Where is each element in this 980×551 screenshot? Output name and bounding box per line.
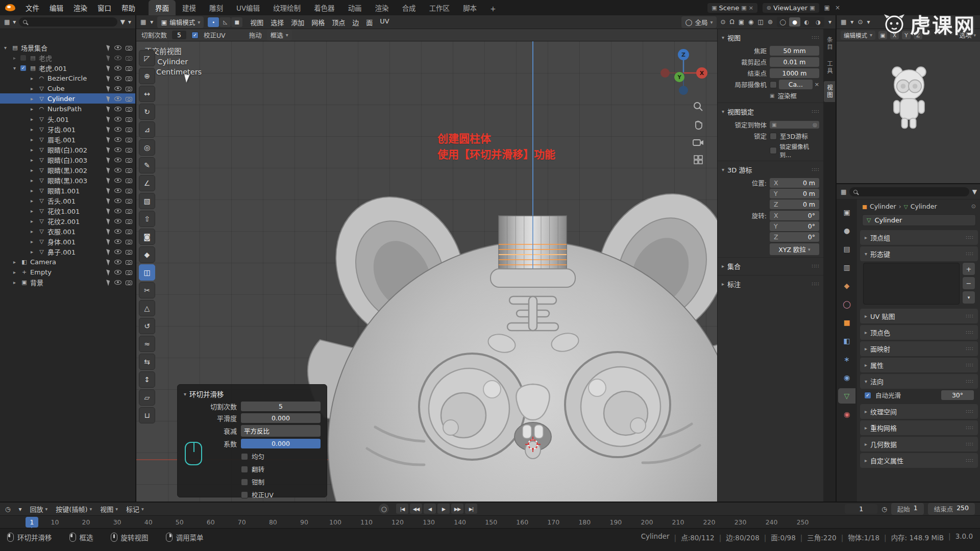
preview-3d-viewport[interactable] — [837, 41, 980, 184]
local-camera-field[interactable]: Ca... — [779, 80, 813, 89]
disclosure-arrow-icon[interactable]: ▸ — [31, 198, 37, 204]
playhead-badge[interactable]: 1 — [26, 517, 38, 528]
editor-type-icon[interactable]: ▦ — [140, 18, 146, 26]
workspace-tab[interactable]: 雕刻 — [203, 0, 230, 15]
local-camera-checkbox[interactable] — [770, 81, 777, 88]
properties-section-header[interactable]: ▸ 重构网格 ∷∷ — [860, 420, 978, 435]
menu-item[interactable]: 文件 — [20, 2, 44, 14]
menu-item[interactable]: 窗口 — [92, 2, 116, 14]
solid-shading-button[interactable]: ● — [789, 17, 800, 27]
tool-button[interactable]: ⊿ — [139, 121, 155, 138]
eyedropper-icon[interactable]: ◎ — [813, 122, 817, 128]
hide-viewport-toggle-icon[interactable] — [114, 168, 121, 172]
transport-button[interactable]: |◀ — [396, 504, 408, 514]
operator-checkbox-row[interactable]: ✓ 翻转 — [241, 464, 321, 474]
selectable-toggle-icon[interactable] — [106, 54, 111, 61]
outliner-row[interactable]: ▸ ✓ ▽ 身体.001 — [0, 236, 135, 246]
outliner-row[interactable]: ▸ ✓ ◧ Camera — [0, 257, 135, 267]
selectable-toggle-icon[interactable] — [106, 156, 111, 163]
face-select-button[interactable]: ■ — [231, 17, 242, 27]
transport-button[interactable]: ◀ — [424, 504, 436, 514]
filter-dropdown-icon[interactable]: ▾ — [128, 18, 131, 26]
hide-viewport-toggle-icon[interactable] — [114, 86, 121, 91]
tool-button[interactable]: ◫ — [139, 264, 155, 281]
workspace-tab[interactable]: 纹理绘制 — [266, 0, 307, 15]
disclosure-arrow-icon[interactable]: ▸ — [13, 259, 20, 265]
properties-tab[interactable]: ▽ — [838, 388, 855, 404]
properties-section-header[interactable]: ▸ 顶点组 ∷∷ — [860, 230, 978, 245]
viewport-menu-item[interactable]: 边 — [349, 16, 362, 28]
hide-viewport-toggle-icon[interactable] — [114, 137, 121, 142]
axis-field[interactable]: X0 m — [770, 178, 819, 188]
workspace-tab[interactable]: 建模 — [176, 0, 203, 15]
hide-viewport-toggle-icon[interactable] — [114, 127, 121, 132]
tool-button[interactable]: ↻ — [139, 104, 155, 120]
tool-button[interactable]: ◸ — [139, 50, 155, 66]
selectable-toggle-icon[interactable] — [106, 44, 111, 51]
operator-field-value[interactable]: 平方反比 — [241, 425, 321, 437]
disclosure-arrow-icon[interactable]: ▸ — [31, 96, 37, 102]
disable-render-toggle-icon[interactable] — [126, 77, 132, 81]
zoom-icon[interactable] — [693, 102, 703, 112]
editor-type-icon[interactable]: ▦ — [4, 18, 10, 26]
n-panel-tab[interactable]: 工具 — [824, 57, 835, 78]
outliner-row[interactable]: ▸ ✓ ▽ 眼睛1.001 — [0, 185, 135, 195]
annotations-section-header[interactable]: ▸ 标注 ∷∷ — [718, 276, 823, 291]
selectable-toggle-icon[interactable] — [106, 217, 111, 224]
selectable-toggle-icon[interactable] — [106, 74, 111, 82]
clip-start-field[interactable]: 0.01 m — [770, 57, 819, 67]
disclosure-arrow-icon[interactable]: ▸ — [13, 280, 20, 285]
collection-checkbox[interactable]: ✓ — [20, 55, 27, 61]
viewport-menu-item[interactable]: UV — [376, 16, 393, 28]
tool-button[interactable]: ⇆ — [139, 354, 155, 370]
selectable-toggle-icon[interactable] — [106, 146, 111, 153]
menu-item[interactable]: 编辑 — [44, 2, 68, 14]
hide-viewport-toggle-icon[interactable] — [114, 270, 121, 274]
mirror-z-toggle[interactable]: Z — [914, 31, 922, 39]
focal-field[interactable]: 50 mm — [770, 46, 819, 56]
overlays-toggle-icon[interactable]: ⊚ — [768, 18, 773, 26]
tool-button[interactable]: ∠ — [139, 175, 155, 191]
viewlayer-selector[interactable]: ⊚ ViewLayer ▣ — [763, 3, 819, 13]
n-panel-tab[interactable]: 条目 — [824, 33, 835, 54]
outliner-row[interactable]: ▸ ✓ ▽ 眼睛(白).002 — [0, 144, 135, 155]
disable-render-toggle-icon[interactable] — [126, 97, 132, 102]
properties-tab[interactable]: ◯ — [838, 296, 855, 312]
hide-viewport-toggle-icon[interactable] — [114, 76, 121, 81]
properties-section-header[interactable]: ▸ 属性 ∷∷ — [860, 358, 978, 372]
hide-viewport-toggle-icon[interactable] — [114, 158, 121, 162]
material-shading-button[interactable]: ◐ — [801, 17, 812, 27]
viewport-menu-item[interactable]: 添加 — [287, 16, 308, 28]
axis-field[interactable]: Y0° — [770, 221, 819, 231]
outliner-item-label[interactable]: Cube — [47, 85, 107, 92]
axis-field[interactable]: X0° — [770, 211, 819, 220]
workspace-tab[interactable]: 动画 — [341, 0, 369, 15]
hide-viewport-toggle-icon[interactable] — [114, 178, 121, 183]
hide-viewport-toggle-icon[interactable] — [114, 239, 121, 244]
outliner-row[interactable]: ▸ ✓ ▽ 头.001 — [0, 114, 135, 124]
hide-viewport-toggle-icon[interactable] — [114, 107, 121, 111]
hide-viewport-toggle-icon[interactable] — [114, 66, 121, 70]
checkbox[interactable]: ✓ — [241, 466, 248, 473]
auto-key-button[interactable]: ◯ — [379, 504, 389, 514]
shading-dropdown-icon[interactable]: ▾ — [828, 18, 831, 26]
disclosure-arrow-icon[interactable]: ▸ — [31, 127, 37, 132]
clear-icon[interactable]: × — [815, 81, 819, 88]
viewport-menu-item[interactable]: 面 — [362, 16, 376, 28]
outliner-item-label[interactable]: 眉毛.001 — [47, 135, 107, 144]
new-scene-icon[interactable]: ▣ — [741, 5, 746, 11]
selectable-toggle-icon[interactable] — [106, 197, 111, 204]
disclosure-arrow-icon[interactable]: ▾ — [13, 65, 20, 71]
hide-viewport-toggle-icon[interactable] — [114, 209, 121, 213]
tool-button[interactable]: ▧ — [139, 193, 155, 209]
outliner-row[interactable]: ▸ ✓ + Empty — [0, 267, 135, 277]
tool-button[interactable]: ✎ — [139, 157, 155, 173]
tool-button[interactable]: ✂ — [139, 282, 155, 298]
collection-checkbox[interactable]: ✓ — [20, 65, 27, 71]
properties-search-input[interactable] — [849, 187, 969, 196]
correct-uv-checkbox[interactable]: ✓ — [191, 32, 199, 39]
checkbox[interactable]: ✓ — [241, 491, 248, 498]
disclosure-arrow-icon[interactable]: ▸ — [31, 137, 37, 142]
filter-funnel-icon[interactable]: ▼ — [972, 188, 977, 195]
operator-field-value[interactable]: 0.000 — [241, 413, 321, 423]
